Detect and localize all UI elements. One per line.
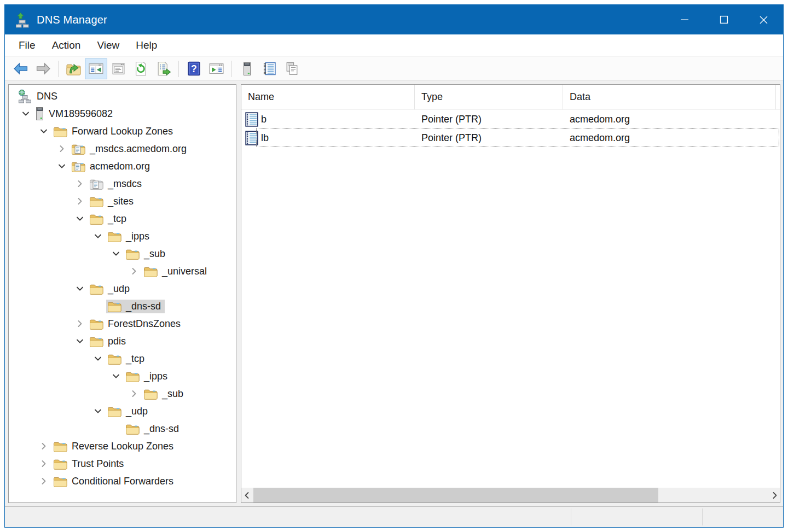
help-button[interactable]: ? <box>183 59 205 79</box>
refresh-button[interactable] <box>130 59 152 79</box>
server-button[interactable] <box>236 59 258 79</box>
minimize-button[interactable] <box>665 5 704 34</box>
menu-file[interactable]: File <box>10 34 44 56</box>
up-one-level-button[interactable] <box>62 59 85 79</box>
tree-node[interactable]: _sites <box>88 195 137 208</box>
chevron-down-icon[interactable] <box>108 248 124 259</box>
chevron-down-icon[interactable] <box>72 213 88 224</box>
chevron-down-icon[interactable] <box>36 126 52 137</box>
column-header-type[interactable]: Type <box>415 85 563 109</box>
chevron-right-icon[interactable] <box>36 441 52 452</box>
toolbar: ? <box>5 57 783 81</box>
tree-item--udp[interactable]: _udp <box>9 402 236 420</box>
tree-item--msdcs-acmedom-org[interactable]: _msdcs.acmedom.org <box>9 140 236 157</box>
properties-button[interactable] <box>107 59 130 79</box>
tree-node[interactable]: _universal <box>142 265 211 278</box>
tree-item-reverse-lookup-zones[interactable]: Reverse Lookup Zones <box>9 437 236 455</box>
tree-node[interactable]: _tcp <box>106 352 148 366</box>
tree-node[interactable]: _udp <box>88 282 134 296</box>
tree-node[interactable]: Forward Lookup Zones <box>52 125 177 138</box>
column-header-name[interactable]: Name <box>241 85 415 109</box>
tree-node[interactable]: _udp <box>106 405 152 418</box>
tree-item--udp[interactable]: _udp <box>9 280 236 297</box>
tree-item--dns-sd[interactable]: _dns-sd <box>9 420 236 437</box>
chevron-right-icon[interactable] <box>126 388 142 399</box>
chevron-down-icon[interactable] <box>108 371 124 382</box>
maximize-button[interactable] <box>704 5 744 34</box>
tree-node[interactable]: _tcp <box>88 212 130 226</box>
notebook-list-button[interactable] <box>258 59 281 79</box>
tree-node[interactable]: pdis <box>88 335 130 348</box>
tree-node[interactable]: VM189596082 <box>34 106 117 122</box>
tree-item-label: _tcp <box>126 353 144 365</box>
copy-pages-button[interactable] <box>281 59 303 79</box>
tree-item-trust-points[interactable]: Trust Points <box>9 455 236 472</box>
scroll-right-arrow-icon[interactable] <box>769 488 780 502</box>
tree-item-conditional-forwarders[interactable]: Conditional Forwarders <box>9 472 236 490</box>
show-hide-action-pane-button[interactable] <box>205 59 228 79</box>
chevron-down-icon[interactable] <box>90 231 106 242</box>
tree-node[interactable]: _msdcs <box>88 177 146 191</box>
record-row-b[interactable]: bPointer (PTR)acmedom.org <box>241 110 780 128</box>
tree-item--sub[interactable]: _sub <box>9 385 236 402</box>
chevron-right-icon[interactable] <box>36 476 52 487</box>
tree-item--ipps[interactable]: _ipps <box>9 367 236 385</box>
chevron-right-icon[interactable] <box>72 178 88 189</box>
tree-node[interactable]: Trust Points <box>52 457 128 471</box>
tree-item--ipps[interactable]: _ipps <box>9 227 236 245</box>
tree-node[interactable]: _ipps <box>124 370 171 383</box>
chevron-right-icon[interactable] <box>72 196 88 207</box>
chevron-down-icon[interactable] <box>90 406 106 417</box>
folder-icon <box>125 423 140 435</box>
chevron-right-icon[interactable] <box>126 266 142 277</box>
tree-item-forestdnszones[interactable]: ForestDnsZones <box>9 315 236 332</box>
menu-view[interactable]: View <box>89 34 128 56</box>
forward-arrow-button[interactable] <box>32 59 54 79</box>
chevron-right-icon[interactable] <box>54 143 70 154</box>
horizontal-scrollbar[interactable] <box>241 488 780 502</box>
tree-item--universal[interactable]: _universal <box>9 262 236 280</box>
tree-node[interactable]: ForestDnsZones <box>88 317 184 331</box>
tree-item-dns[interactable]: DNS <box>9 87 236 105</box>
tree-node-selected[interactable]: _dns-sd <box>106 300 165 313</box>
tree-node[interactable]: _sub <box>124 247 169 261</box>
tree-item--tcp[interactable]: _tcp <box>9 210 236 227</box>
tree-node[interactable]: Conditional Forwarders <box>52 475 177 488</box>
chevron-down-icon[interactable] <box>90 353 106 364</box>
tree-node[interactable]: _dns-sd <box>124 422 183 436</box>
tree-item--msdcs[interactable]: _msdcs <box>9 175 236 192</box>
scrollbar-thumb[interactable] <box>253 488 658 502</box>
chevron-down-icon[interactable] <box>18 108 34 119</box>
close-button[interactable] <box>744 5 783 34</box>
tree-item--dns-sd[interactable]: _dns-sd <box>9 297 236 315</box>
record-row-lb[interactable]: lbPointer (PTR)acmedom.org <box>241 128 780 147</box>
column-header-data[interactable]: Data <box>563 85 776 109</box>
tree-item-pdis[interactable]: pdis <box>9 332 236 350</box>
show-hide-console-tree-button[interactable] <box>85 59 107 79</box>
tree-item-acmedom-org[interactable]: acmedom.org <box>9 157 236 175</box>
menu-action[interactable]: Action <box>44 34 89 56</box>
tree-node[interactable]: Reverse Lookup Zones <box>52 440 177 453</box>
export-list-button[interactable] <box>152 59 175 79</box>
tree-item--tcp[interactable]: _tcp <box>9 350 236 367</box>
menu-help[interactable]: Help <box>128 34 165 56</box>
chevron-right-icon[interactable] <box>72 318 88 329</box>
tree-item--sites[interactable]: _sites <box>9 192 236 210</box>
tree-node[interactable]: DNS <box>16 88 61 105</box>
scroll-left-arrow-icon[interactable] <box>241 488 252 502</box>
folder-icon <box>89 213 103 225</box>
back-arrow-button[interactable] <box>9 59 32 79</box>
list-body: bPointer (PTR)acmedom.org lbPointer (PTR… <box>241 110 780 147</box>
tree-node[interactable]: _ipps <box>106 230 153 243</box>
tree-node[interactable]: _sub <box>142 387 187 401</box>
chevron-down-icon[interactable] <box>54 161 70 172</box>
tree-item--sub[interactable]: _sub <box>9 245 236 262</box>
record-type-cell: Pointer (PTR) <box>415 110 563 128</box>
chevron-down-icon[interactable] <box>72 336 88 347</box>
tree-item-vm189596082[interactable]: VM189596082 <box>9 105 236 122</box>
chevron-right-icon[interactable] <box>36 458 52 469</box>
chevron-down-icon[interactable] <box>72 283 88 294</box>
tree-node[interactable]: acmedom.org <box>70 160 154 173</box>
tree-item-forward-lookup-zones[interactable]: Forward Lookup Zones <box>9 122 236 140</box>
tree-node[interactable]: _msdcs.acmedom.org <box>70 142 190 156</box>
